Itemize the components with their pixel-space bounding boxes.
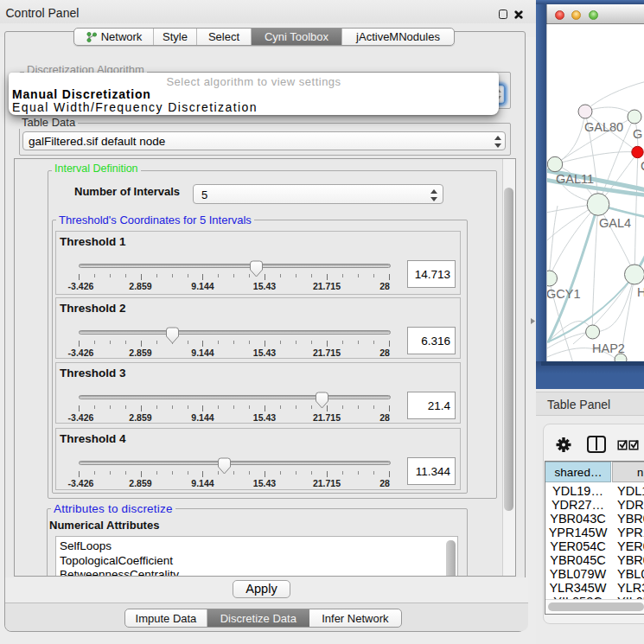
svg-text:GAL11: GAL11 (556, 172, 594, 186)
svg-text:C: C (641, 159, 644, 173)
svg-text:GCY1: GCY1 (547, 287, 581, 301)
svg-text:G: G (633, 127, 642, 141)
svg-text:H: H (637, 285, 644, 299)
svg-text:HAP2: HAP2 (592, 341, 625, 355)
svg-text:GAL4: GAL4 (599, 216, 631, 230)
svg-text:GAL80: GAL80 (584, 120, 623, 134)
